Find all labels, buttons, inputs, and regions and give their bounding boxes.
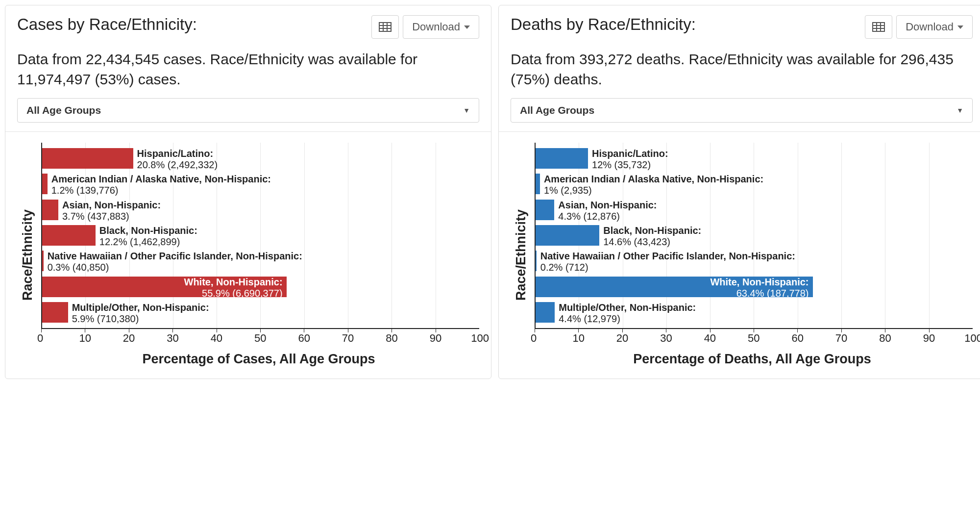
x-tick: 10 xyxy=(85,329,128,347)
bar[interactable] xyxy=(536,302,555,323)
table-icon xyxy=(379,22,392,32)
x-axis: 0102030405060708090100 xyxy=(41,329,479,347)
panel-controls: Download xyxy=(865,15,973,39)
x-tick: 60 xyxy=(797,329,841,347)
bar-row: White, Non-Hispanic:63.4% (187,778) xyxy=(536,277,973,297)
bar-label: Native Hawaiian / Other Pacific Islander… xyxy=(48,251,302,273)
bar[interactable] xyxy=(536,225,599,246)
bar[interactable] xyxy=(42,200,58,220)
bar[interactable] xyxy=(42,225,96,246)
x-tick: 60 xyxy=(304,329,347,347)
chart-area: Race/Ethnicity Hispanic/Latino:20.8% (2,… xyxy=(17,132,479,367)
bar-row: Asian, Non-Hispanic:3.7% (437,883) xyxy=(42,200,479,220)
bar-row: Native Hawaiian / Other Pacific Islander… xyxy=(536,251,973,271)
panel-subtitle: Data from 393,272 deaths. Race/Ethnicity… xyxy=(511,50,973,89)
bar[interactable] xyxy=(42,302,68,323)
panel-title: Cases by Race/Ethnicity: xyxy=(17,15,197,34)
x-axis-label: Percentage of Deaths, All Age Groups xyxy=(532,352,973,367)
download-label: Download xyxy=(906,21,954,33)
bar-row: Multiple/Other, Non-Hispanic:4.4% (12,97… xyxy=(536,302,973,323)
svg-rect-0 xyxy=(379,23,391,31)
bar-row: Asian, Non-Hispanic:4.3% (12,876) xyxy=(536,200,973,220)
panel-controls: Download xyxy=(371,15,479,39)
bar-label: Hispanic/Latino:12% (35,732) xyxy=(592,148,668,171)
bar[interactable] xyxy=(536,251,537,271)
plot-area: Hispanic/Latino:12% (35,732)American Ind… xyxy=(535,143,973,329)
y-axis-label: Race/Ethnicity xyxy=(17,143,38,367)
panel-header: Cases by Race/Ethnicity: Download xyxy=(17,15,479,39)
download-label: Download xyxy=(412,21,460,33)
x-tick: 100 xyxy=(964,332,980,345)
bar-label: Hispanic/Latino:20.8% (2,492,332) xyxy=(137,148,218,171)
download-button[interactable]: Download xyxy=(896,15,973,39)
panels-container: Cases by Race/Ethnicity: Download xyxy=(5,5,980,379)
bar-label: American Indian / Alaska Native, Non-His… xyxy=(51,174,271,196)
x-tick: 20 xyxy=(129,329,172,347)
x-tick: 40 xyxy=(217,329,260,347)
bar[interactable] xyxy=(42,174,48,194)
bar-label: American Indian / Alaska Native, Non-His… xyxy=(544,174,763,196)
chevron-down-icon xyxy=(957,25,963,29)
table-view-button[interactable] xyxy=(865,15,892,39)
x-tick: 40 xyxy=(710,329,754,347)
chart-area: Race/Ethnicity Hispanic/Latino:12% (35,7… xyxy=(511,132,973,367)
bar[interactable]: White, Non-Hispanic:63.4% (187,778) xyxy=(536,277,813,297)
x-tick: 30 xyxy=(666,329,710,347)
x-tick: 10 xyxy=(578,329,622,347)
bar-label: Black, Non-Hispanic:12.2% (1,462,899) xyxy=(99,225,197,248)
x-tick: 50 xyxy=(260,329,304,347)
caret-down-icon: ▼ xyxy=(463,106,470,114)
plot-area: Hispanic/Latino:20.8% (2,492,332)America… xyxy=(41,143,479,329)
x-tick: 80 xyxy=(392,329,435,347)
bar-row: Multiple/Other, Non-Hispanic:5.9% (710,3… xyxy=(42,302,479,323)
dropdown-selected: All Age Groups xyxy=(26,104,101,116)
panel-subtitle: Data from 22,434,545 cases. Race/Ethnici… xyxy=(17,50,479,89)
chart-column: Hispanic/Latino:20.8% (2,492,332)America… xyxy=(38,143,479,367)
x-axis: 0102030405060708090100 xyxy=(535,329,973,347)
bar-row: American Indian / Alaska Native, Non-His… xyxy=(42,174,479,194)
x-tick: 70 xyxy=(841,329,885,347)
x-tick: 0 xyxy=(535,329,578,347)
cases-panel: Cases by Race/Ethnicity: Download xyxy=(5,5,491,379)
bar[interactable] xyxy=(536,200,554,220)
bar-label: Native Hawaiian / Other Pacific Islander… xyxy=(540,251,795,273)
bar-label: Multiple/Other, Non-Hispanic:4.4% (12,97… xyxy=(559,302,696,325)
bar-row: Hispanic/Latino:12% (35,732) xyxy=(536,148,973,169)
age-group-dropdown[interactable]: All Age Groups ▼ xyxy=(511,98,973,123)
download-button[interactable]: Download xyxy=(403,15,479,39)
x-tick: 100 xyxy=(471,332,489,345)
bar-label: White, Non-Hispanic:63.4% (187,778) xyxy=(710,277,808,299)
bar[interactable] xyxy=(42,148,133,169)
bars-container: Hispanic/Latino:20.8% (2,492,332)America… xyxy=(42,143,479,328)
bars-container: Hispanic/Latino:12% (35,732)American Ind… xyxy=(536,143,973,328)
bar[interactable] xyxy=(42,251,44,271)
age-group-dropdown[interactable]: All Age Groups ▼ xyxy=(17,98,479,123)
caret-down-icon: ▼ xyxy=(956,106,963,114)
deaths-panel: Deaths by Race/Ethnicity: Download xyxy=(498,5,980,379)
bar-row: Hispanic/Latino:20.8% (2,492,332) xyxy=(42,148,479,169)
table-icon xyxy=(872,22,885,32)
chevron-down-icon xyxy=(464,25,470,29)
bar-label: Multiple/Other, Non-Hispanic:5.9% (710,3… xyxy=(72,302,209,325)
x-axis-label: Percentage of Cases, All Age Groups xyxy=(38,352,479,367)
bar-row: Black, Non-Hispanic:14.6% (43,423) xyxy=(536,225,973,246)
bar-label: White, Non-Hispanic:55.9% (6,690,377) xyxy=(184,277,283,299)
table-view-button[interactable] xyxy=(371,15,399,39)
bar-label: Asian, Non-Hispanic:3.7% (437,883) xyxy=(62,200,161,222)
svg-rect-5 xyxy=(873,23,884,31)
panel-title: Deaths by Race/Ethnicity: xyxy=(511,15,696,34)
bar-row: White, Non-Hispanic:55.9% (6,690,377) xyxy=(42,277,479,297)
x-tick: 20 xyxy=(622,329,666,347)
bar[interactable]: White, Non-Hispanic:55.9% (6,690,377) xyxy=(42,277,287,297)
bar[interactable] xyxy=(536,174,540,194)
bar-row: American Indian / Alaska Native, Non-His… xyxy=(536,174,973,194)
x-tick: 70 xyxy=(348,329,392,347)
bar-label: Asian, Non-Hispanic:4.3% (12,876) xyxy=(558,200,657,222)
bar-row: Native Hawaiian / Other Pacific Islander… xyxy=(42,251,479,271)
x-tick: 30 xyxy=(172,329,216,347)
bar[interactable] xyxy=(536,148,588,169)
y-axis-label: Race/Ethnicity xyxy=(511,143,532,367)
x-tick: 80 xyxy=(885,329,929,347)
panel-header: Deaths by Race/Ethnicity: Download xyxy=(511,15,973,39)
bar-label: Black, Non-Hispanic:14.6% (43,423) xyxy=(603,225,701,248)
